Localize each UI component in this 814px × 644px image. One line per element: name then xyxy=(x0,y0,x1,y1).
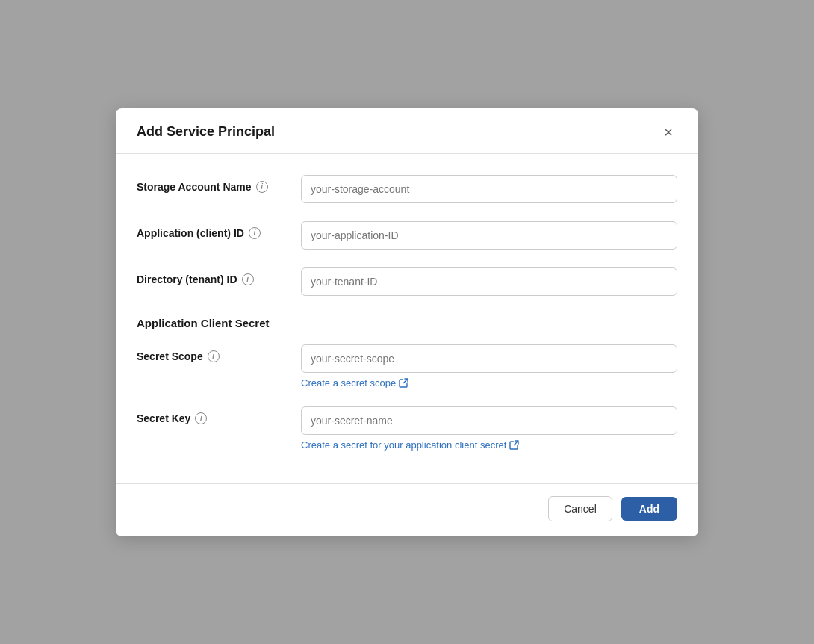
secret-scope-input-wrapper: Create a secret scope xyxy=(301,344,677,388)
storage-account-name-input-wrapper xyxy=(301,175,677,203)
application-client-secret-section-label: Application Client Secret xyxy=(137,314,677,329)
secret-scope-input[interactable] xyxy=(301,344,677,373)
modal-overlay: Add Service Principal × Storage Account … xyxy=(0,0,814,644)
secret-scope-info-icon[interactable]: i xyxy=(208,350,220,362)
secret-key-label: Secret Key i xyxy=(137,406,301,424)
secret-key-info-icon[interactable]: i xyxy=(195,412,207,424)
application-client-id-label: Application (client) ID i xyxy=(137,221,301,239)
directory-tenant-id-input-wrapper xyxy=(301,267,677,296)
storage-account-name-info-icon[interactable]: i xyxy=(256,181,268,193)
application-client-secret-section: Application Client Secret xyxy=(137,314,677,329)
modal-title: Add Service Principal xyxy=(137,124,275,140)
external-link-icon-2 xyxy=(509,440,519,450)
application-client-id-info-icon[interactable]: i xyxy=(249,227,261,239)
directory-tenant-id-info-icon[interactable]: i xyxy=(242,273,254,285)
modal-footer: Cancel Add xyxy=(116,483,698,536)
application-client-id-group: Application (client) ID i xyxy=(137,221,677,250)
storage-account-name-group: Storage Account Name i xyxy=(137,175,677,203)
external-link-icon xyxy=(399,378,408,388)
close-button[interactable]: × xyxy=(659,123,677,141)
directory-tenant-id-input[interactable] xyxy=(301,267,677,296)
application-client-id-input[interactable] xyxy=(301,221,677,250)
storage-account-name-input[interactable] xyxy=(301,175,677,203)
storage-account-name-label: Storage Account Name i xyxy=(137,175,301,193)
secret-scope-group: Secret Scope i Create a secret scope xyxy=(137,344,677,388)
create-secret-scope-link[interactable]: Create a secret scope xyxy=(301,377,677,388)
application-client-id-input-wrapper xyxy=(301,221,677,250)
modal-header: Add Service Principal × xyxy=(116,108,698,154)
secret-key-group: Secret Key i Create a secret for your ap… xyxy=(137,406,677,451)
cancel-button[interactable]: Cancel xyxy=(548,496,612,521)
add-service-principal-modal: Add Service Principal × Storage Account … xyxy=(116,108,698,536)
directory-tenant-id-group: Directory (tenant) ID i xyxy=(137,267,677,296)
secret-key-input[interactable] xyxy=(301,406,677,435)
secret-key-input-wrapper: Create a secret for your application cli… xyxy=(301,406,677,451)
add-button[interactable]: Add xyxy=(621,497,677,521)
modal-body: Storage Account Name i Application (clie… xyxy=(116,154,698,483)
create-secret-key-link[interactable]: Create a secret for your application cli… xyxy=(301,439,677,451)
directory-tenant-id-label: Directory (tenant) ID i xyxy=(137,267,301,285)
secret-scope-label: Secret Scope i xyxy=(137,344,301,362)
